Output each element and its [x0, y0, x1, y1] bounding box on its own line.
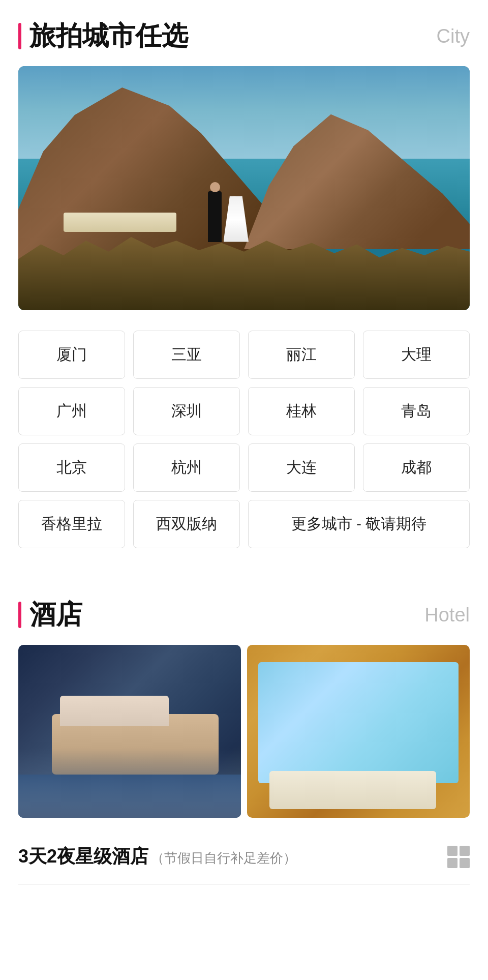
city-btn-lijiang[interactable]: 丽江	[248, 331, 355, 379]
city-btn-qingdao[interactable]: 青岛	[363, 387, 470, 435]
city-btn-guilin[interactable]: 桂林	[248, 387, 355, 435]
hotel-section-title: 酒店	[29, 597, 82, 633]
city-section-header: 旅拍城市任选 City	[0, 0, 488, 66]
city-grid-row4: 香格里拉 西双版纳 更多城市 - 敬请期待	[0, 500, 488, 548]
section-divider	[18, 884, 470, 885]
hotel-bed	[52, 714, 219, 775]
hero-image	[18, 66, 470, 310]
city-btn-guangzhou[interactable]: 广州	[18, 387, 125, 435]
groom-figure	[208, 191, 222, 242]
city-section-label: City	[437, 25, 470, 47]
hotel-header-left: 酒店	[18, 597, 82, 633]
hotel-title-container: 3天2夜星级酒店 （节假日自行补足差价）	[18, 844, 296, 869]
city-btn-shangrila[interactable]: 香格里拉	[18, 500, 125, 548]
hotel-title-main: 3天2夜星级酒店	[18, 846, 148, 867]
city-grid-row1: 厦门 三亚 丽江 大理	[0, 331, 488, 379]
city-section-title: 旅拍城市任选	[29, 18, 188, 54]
hotel-icon-cell-2	[460, 846, 470, 856]
hotel-icon-cell-3	[447, 858, 458, 868]
city-grid-row3: 北京 杭州 大连 成都	[0, 443, 488, 492]
hotel-icon-cell-4	[460, 858, 470, 868]
hotel-accent-bar	[18, 602, 21, 628]
bride-figure	[224, 196, 249, 242]
couple-figures	[208, 181, 249, 242]
city-btn-xiamen[interactable]: 厦门	[18, 331, 125, 379]
city-header-left: 旅拍城市任选	[18, 18, 188, 54]
beach-strip	[64, 213, 176, 232]
hotel-section-header: 酒店 Hotel	[0, 579, 488, 645]
hotel-icon-cell-1	[447, 846, 458, 856]
city-btn-chengdu[interactable]: 成都	[363, 443, 470, 492]
hotel-images-container	[18, 645, 470, 818]
hotel-grid-icon	[447, 846, 470, 868]
city-btn-dalian[interactable]: 大连	[248, 443, 355, 492]
hero-image-bg	[18, 66, 470, 310]
city-btn-sanya[interactable]: 三亚	[133, 331, 240, 379]
hotel-sofa	[269, 771, 437, 809]
city-btn-more[interactable]: 更多城市 - 敬请期待	[248, 500, 470, 548]
city-btn-shenzhen[interactable]: 深圳	[133, 387, 240, 435]
hotel-window	[258, 662, 459, 783]
hotel-floor-layer	[18, 775, 241, 818]
city-accent-bar	[18, 23, 21, 49]
city-btn-dali[interactable]: 大理	[363, 331, 470, 379]
hotel-section-label: Hotel	[424, 604, 470, 626]
hotel-title-sub: （节假日自行补足差价）	[151, 850, 296, 866]
hotel-info: 3天2夜星级酒店 （节假日自行补足差价）	[0, 834, 488, 884]
hotel-image-left	[18, 645, 241, 818]
city-btn-xishuangbanna[interactable]: 西双版纳	[133, 500, 240, 548]
hotel-image-right	[247, 645, 470, 818]
mountain-background	[18, 66, 470, 310]
city-btn-hangzhou[interactable]: 杭州	[133, 443, 240, 492]
city-grid-row2: 广州 深圳 桂林 青岛	[0, 387, 488, 435]
city-btn-beijing[interactable]: 北京	[18, 443, 125, 492]
